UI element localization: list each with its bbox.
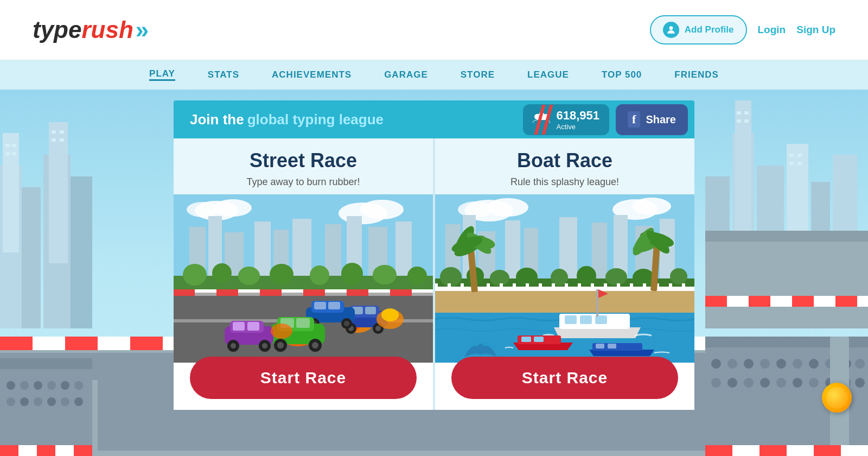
svg-rect-21 <box>737 111 741 115</box>
boat-race-start-button[interactable]: Start Race <box>451 357 678 399</box>
svg-point-82 <box>809 359 819 369</box>
svg-rect-5 <box>71 176 92 328</box>
svg-rect-12 <box>52 138 56 142</box>
svg-point-86 <box>711 378 721 388</box>
svg-rect-244 <box>595 315 607 324</box>
login-link[interactable]: Login <box>758 24 786 36</box>
logo-rush-text: rush <box>81 16 133 43</box>
svg-rect-228 <box>435 291 694 313</box>
svg-rect-24 <box>744 119 749 123</box>
nav-item-league[interactable]: LEAGUE <box>527 69 569 80</box>
svg-point-92 <box>809 378 819 388</box>
header-right: Add Profile Login Sign Up <box>650 15 835 45</box>
svg-point-183 <box>487 198 528 217</box>
svg-rect-7 <box>12 144 16 147</box>
svg-point-90 <box>776 378 786 388</box>
svg-point-59 <box>20 381 29 390</box>
svg-point-108 <box>187 202 219 217</box>
svg-point-127 <box>341 263 363 284</box>
svg-point-66 <box>34 397 42 406</box>
svg-point-87 <box>727 378 737 388</box>
logo-arrows: » <box>136 16 149 43</box>
svg-rect-11 <box>60 130 64 134</box>
svg-point-81 <box>793 359 802 369</box>
svg-point-128 <box>373 265 397 284</box>
header: typerush » Add Profile Login Sign Up <box>0 0 868 60</box>
svg-point-123 <box>212 263 232 283</box>
street-race-card: Street Race Type away to burn rubber! <box>174 138 435 410</box>
race-cards: Street Race Type away to burn rubber! <box>174 138 694 410</box>
share-label: Share <box>646 113 676 126</box>
svg-point-65 <box>20 397 29 406</box>
svg-point-124 <box>238 267 260 285</box>
signup-link[interactable]: Sign Up <box>796 24 835 36</box>
svg-point-61 <box>47 381 56 390</box>
svg-rect-165 <box>296 318 310 328</box>
svg-rect-33 <box>749 296 770 307</box>
svg-rect-98 <box>705 445 732 456</box>
svg-rect-153 <box>314 302 326 309</box>
svg-rect-6 <box>5 144 10 147</box>
svg-rect-8 <box>5 152 10 155</box>
svg-rect-137 <box>390 289 412 296</box>
street-race-title: Street Race <box>184 149 422 172</box>
svg-rect-247 <box>521 337 531 342</box>
banner: Join the global typing league <box>174 100 694 138</box>
add-profile-button[interactable]: Add Profile <box>650 15 747 45</box>
svg-rect-134 <box>260 289 282 296</box>
svg-point-180 <box>271 324 292 339</box>
svg-point-150 <box>375 326 381 331</box>
main-content: Join the global typing league <box>174 100 694 410</box>
svg-rect-136 <box>347 289 368 296</box>
logo[interactable]: typerush » <box>33 16 149 43</box>
svg-point-67 <box>47 397 56 406</box>
svg-rect-56 <box>0 358 92 456</box>
nav-item-store[interactable]: STORE <box>461 69 495 80</box>
logo-type-text: type <box>33 16 81 43</box>
svg-point-85 <box>855 359 865 369</box>
nav-item-stats[interactable]: STATS <box>208 69 239 80</box>
svg-point-101 <box>669 26 673 30</box>
svg-rect-243 <box>580 315 592 324</box>
svg-point-91 <box>793 378 802 388</box>
svg-rect-1 <box>3 133 19 252</box>
svg-rect-99 <box>760 445 787 456</box>
share-button[interactable]: f Share <box>616 104 688 135</box>
svg-rect-100 <box>814 445 841 456</box>
svg-point-78 <box>744 359 754 369</box>
svg-rect-28 <box>797 162 802 165</box>
nav-item-garage[interactable]: GARAGE <box>384 69 428 80</box>
svg-rect-9 <box>12 152 16 155</box>
svg-point-95 <box>855 378 865 388</box>
svg-point-167 <box>277 342 284 349</box>
svg-rect-2 <box>22 187 41 328</box>
svg-point-179 <box>381 308 399 321</box>
active-count-number: 618,951 <box>557 109 600 123</box>
banner-highlight-text: global typing league <box>247 111 384 128</box>
banner-text: Join the global typing league <box>190 111 384 128</box>
nav-item-top500[interactable]: TOP 500 <box>602 69 642 80</box>
coin-widget[interactable] <box>822 383 852 413</box>
svg-point-201 <box>516 268 538 286</box>
nav-item-achievements[interactable]: ACHIEVEMENTS <box>272 69 352 80</box>
navigation: PLAY STATS ACHIEVEMENTS GARAGE STORE LEA… <box>0 60 868 90</box>
boat-race-subtitle: Rule this splashy league! <box>446 175 684 189</box>
svg-rect-242 <box>565 315 577 324</box>
svg-rect-135 <box>303 289 325 296</box>
svg-rect-73 <box>74 445 92 456</box>
svg-point-69 <box>74 397 83 406</box>
svg-rect-27 <box>789 162 794 165</box>
boat-race-illustration <box>435 194 694 363</box>
svg-rect-248 <box>534 337 544 342</box>
svg-rect-22 <box>744 111 749 115</box>
street-race-start-button[interactable]: Start Race <box>190 357 417 399</box>
nav-item-play[interactable]: PLAY <box>149 68 175 81</box>
nav-item-friends[interactable]: FRIENDS <box>674 69 719 80</box>
add-profile-label: Add Profile <box>685 24 734 35</box>
street-race-top: Street Race Type away to burn rubber! <box>174 138 433 194</box>
svg-rect-251 <box>608 344 616 349</box>
svg-point-110 <box>360 200 404 219</box>
svg-rect-25 <box>789 154 794 157</box>
svg-rect-35 <box>835 296 857 307</box>
banner-plain-text: Join the <box>190 111 244 128</box>
